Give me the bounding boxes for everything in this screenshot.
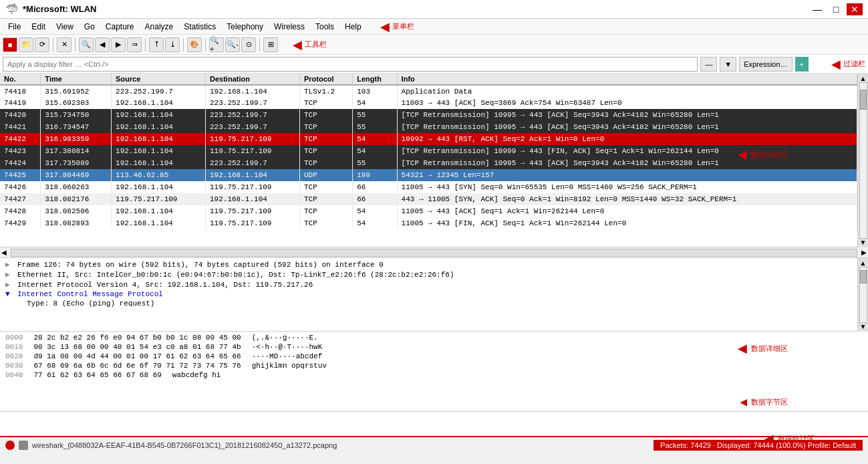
reload-button[interactable]: ⟳ bbox=[35, 37, 49, 52]
table-cell: 443 → 11005 [SYN, ACK] Seq=0 Ack=1 Win=8… bbox=[397, 193, 857, 205]
goto-button[interactable]: ⇒ bbox=[127, 37, 142, 52]
table-cell: 192.168.1.104 bbox=[112, 205, 206, 217]
scrollbar-thumb[interactable] bbox=[860, 90, 867, 110]
menu-telephony[interactable]: Telephony bbox=[221, 21, 269, 33]
scrollbar-track[interactable] bbox=[859, 82, 867, 239]
menu-wireless[interactable]: Wireless bbox=[269, 21, 310, 33]
table-row[interactable]: 74420315.734750192.168.1.104223.252.199.… bbox=[0, 109, 857, 121]
col-no: No. bbox=[0, 74, 41, 85]
menu-statistics[interactable]: Statistics bbox=[178, 21, 221, 33]
bytes-hex-0030: 67 68 69 6a 6b 6c 6d 6e 6f 70 71 72 73 7… bbox=[33, 362, 241, 370]
zoom-in-button[interactable]: 🔍+ bbox=[209, 37, 224, 52]
filter-dropdown-button[interactable]: ▼ bbox=[720, 57, 736, 72]
table-cell: 11005 → 443 [FIN, ACK] Seq=1 Ack=1 Win=2… bbox=[397, 217, 857, 229]
table-cell: 74423 bbox=[0, 145, 41, 157]
table-row[interactable]: 74419315.692303192.168.1.104223.252.199.… bbox=[0, 97, 857, 109]
table-row[interactable]: 74426318.060263192.168.1.104119.75.217.1… bbox=[0, 181, 857, 193]
detail-scroll-down[interactable]: ▼ bbox=[860, 323, 867, 330]
table-row[interactable]: 74427318.082176119.75.217.109192.168.1.1… bbox=[0, 193, 857, 205]
table-row[interactable]: 74423317.380814192.168.1.104119.75.217.1… bbox=[0, 145, 857, 157]
hscroll-track[interactable] bbox=[11, 249, 857, 257]
detail-scroll-thumb[interactable] bbox=[860, 270, 867, 283]
table-cell: TCP bbox=[300, 145, 353, 157]
table-row[interactable]: 74422316.983359192.168.1.104119.75.217.1… bbox=[0, 133, 857, 145]
detail-expand-2[interactable]: ▶ bbox=[5, 270, 15, 279]
colorize-button[interactable]: 🎨 bbox=[187, 37, 202, 52]
bytes-line-0030: 0030 67 68 69 6a 6b 6c 6d 6e 6f 70 71 72… bbox=[0, 361, 868, 370]
table-cell: 66 bbox=[353, 181, 397, 193]
jump-end-button[interactable]: ⤓ bbox=[165, 37, 180, 52]
stop-button[interactable]: ■ bbox=[3, 37, 17, 52]
detail-text-2: Ethernet II, Src: IntelCor_b0:b0:1c (e0:… bbox=[17, 271, 454, 279]
detail-expand-1[interactable]: ▶ bbox=[5, 260, 15, 269]
detail-scroll-up[interactable]: ▲ bbox=[860, 259, 867, 267]
expression-button[interactable]: Expression… bbox=[739, 57, 792, 72]
back-button[interactable]: ◀ bbox=[95, 37, 110, 52]
find-button[interactable]: 🔍 bbox=[79, 37, 94, 52]
table-cell: TCP bbox=[300, 133, 353, 145]
stats-annotation: ◀ 数据统计区 bbox=[764, 431, 815, 446]
table-cell: 74421 bbox=[0, 121, 41, 133]
hscroll-left-arrow[interactable]: ◀ bbox=[0, 249, 8, 256]
packet-list-annotation: ◀ 数据列表区 bbox=[738, 147, 788, 162]
table-cell: 315.734750 bbox=[41, 109, 112, 121]
detail-expand-4[interactable]: ▼ bbox=[5, 290, 15, 298]
table-cell: 119.75.217.109 bbox=[206, 205, 300, 217]
table-cell: 119.75.217.109 bbox=[112, 193, 206, 205]
empty-area: ◀ 数据统计区 bbox=[0, 412, 868, 436]
detail-scroll-track[interactable] bbox=[859, 267, 867, 323]
menu-help[interactable]: Help bbox=[339, 21, 367, 33]
table-cell: 223.252.199.7 bbox=[206, 157, 300, 169]
minimize-button[interactable]: — bbox=[809, 3, 825, 15]
table-cell: [TCP Retransmission] 10995 → 443 [ACK] S… bbox=[397, 157, 857, 169]
menu-view[interactable]: View bbox=[51, 21, 79, 33]
menu-file[interactable]: File bbox=[3, 21, 26, 33]
filter-clear-button[interactable]: — bbox=[700, 57, 717, 72]
table-cell: 55 bbox=[353, 157, 397, 169]
table-row[interactable]: 74425317.804469113.46.62.85192.168.1.104… bbox=[0, 169, 857, 181]
table-row[interactable]: 74428318.082506192.168.1.104119.75.217.1… bbox=[0, 205, 857, 217]
close-file-button[interactable]: ✕ bbox=[57, 37, 71, 52]
open-button[interactable]: 📁 bbox=[19, 37, 33, 52]
menu-capture[interactable]: Capture bbox=[100, 21, 140, 33]
menu-tools[interactable]: Tools bbox=[310, 21, 339, 33]
table-row[interactable]: 74421316.734547192.168.1.104223.252.199.… bbox=[0, 121, 857, 133]
window-controls: — □ ✕ bbox=[809, 3, 863, 15]
table-row[interactable]: 74418315.691952223.252.199.7192.168.1.10… bbox=[0, 85, 857, 97]
hscroll-right-arrow[interactable]: ▶ bbox=[860, 249, 868, 256]
jump-start-button[interactable]: ⤒ bbox=[149, 37, 164, 52]
table-cell: 318.082176 bbox=[41, 193, 112, 205]
table-cell: 74428 bbox=[0, 205, 41, 217]
toolbar: ■ 📁 ⟳ ✕ 🔍 ◀ ▶ ⇒ ⤒ ⤓ 🎨 🔍+ 🔍- ⊙ ⊞ ◀ 工具栏 bbox=[0, 35, 868, 55]
table-cell: 192.168.1.104 bbox=[206, 193, 300, 205]
bytes-annotation: ◀ 数据字节区 bbox=[740, 394, 788, 409]
close-button[interactable]: ✕ bbox=[847, 3, 863, 15]
menu-analyze[interactable]: Analyze bbox=[140, 21, 179, 33]
filter-input[interactable] bbox=[3, 57, 698, 72]
horizontal-scrollbar[interactable]: ◀ ▶ bbox=[0, 247, 868, 258]
scroll-down-arrow[interactable]: ▼ bbox=[860, 239, 867, 246]
table-cell: 192.168.1.104 bbox=[112, 145, 206, 157]
menu-edit[interactable]: Edit bbox=[26, 21, 51, 33]
maximize-button[interactable]: □ bbox=[828, 3, 844, 15]
detail-expand-3[interactable]: ▶ bbox=[5, 280, 15, 289]
zoom-out-button[interactable]: 🔍- bbox=[225, 37, 240, 52]
app-title: *Microsoft: WLAN bbox=[23, 4, 97, 14]
scroll-up-arrow[interactable]: ▲ bbox=[860, 75, 867, 82]
table-row[interactable]: 74429318.082893192.168.1.104119.75.217.1… bbox=[0, 217, 857, 229]
packet-list-scrollbar[interactable]: ▲ ▼ bbox=[857, 74, 868, 247]
menu-go[interactable]: Go bbox=[79, 21, 100, 33]
resize-columns-button[interactable]: ⊞ bbox=[263, 37, 278, 52]
detail-scrollbar[interactable]: ▲ ▼ bbox=[857, 258, 868, 332]
filterbar-annotation: 过滤栏 bbox=[843, 59, 865, 69]
table-cell: 11003 → 443 [ACK] Seq=3869 Ack=754 Win=6… bbox=[397, 97, 857, 109]
table-row[interactable]: 74424317.735089192.168.1.104223.252.199.… bbox=[0, 157, 857, 169]
forward-button[interactable]: ▶ bbox=[111, 37, 126, 52]
table-cell: 192.168.1.104 bbox=[112, 133, 206, 145]
packet-list[interactable]: No. Time Source Destination Protocol Len… bbox=[0, 74, 857, 247]
toolbar-sep6 bbox=[259, 38, 260, 51]
col-info: Info bbox=[397, 74, 857, 85]
filter-add-button[interactable]: + bbox=[795, 57, 809, 72]
bytes-offset-0010: 0010 bbox=[5, 343, 23, 351]
zoom-reset-button[interactable]: ⊙ bbox=[241, 37, 256, 52]
